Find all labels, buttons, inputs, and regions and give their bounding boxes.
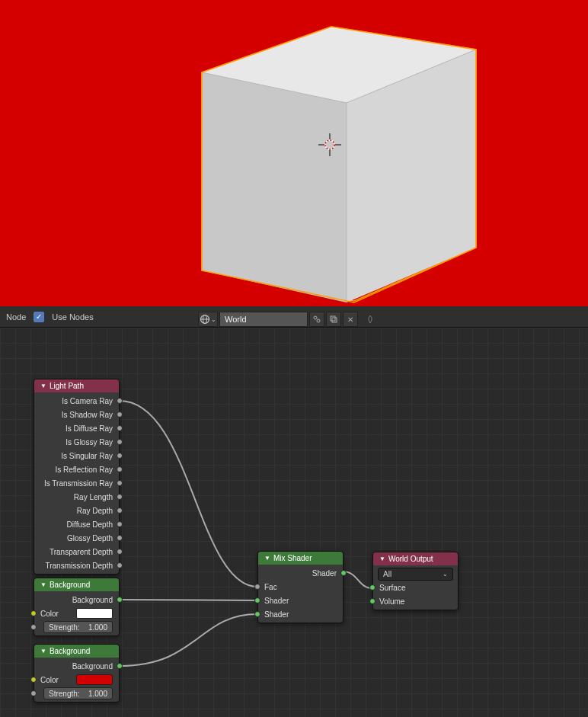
socket-out-value[interactable] [117,494,123,500]
output-label: Is Singular Ray [61,452,113,460]
output-row: Glossy Depth [34,531,119,545]
strength-input[interactable]: Strength:1.000 [43,687,113,699]
world-datablock-icon[interactable]: ⌄ [198,312,218,327]
output-label: Is Glossy Ray [66,438,113,447]
svg-rect-19 [331,316,335,321]
svg-point-17 [314,316,317,319]
output-row: Ray Length [34,490,119,504]
color-label: Color [40,676,59,684]
collapse-icon[interactable]: ▼ [40,648,46,655]
socket-in-volume[interactable] [369,598,375,604]
prop-label: Strength: [49,690,80,698]
socket-out-value[interactable] [117,549,123,555]
node-world-output[interactable]: ▼World Output All⌄ Surface Volume [372,552,459,610]
output-label: Glossy Depth [67,534,113,543]
collapse-icon[interactable]: ▼ [379,555,385,562]
output-row: Ray Depth [34,504,119,517]
output-label: Is Transmission Ray [44,479,113,488]
new-world-button[interactable] [309,312,324,327]
output-row: Is Singular Ray [34,449,119,463]
output-row: Transparent Depth [34,545,119,559]
socket-out-value[interactable] [117,535,123,541]
output-row: Is Glossy Ray [34,435,119,449]
prop-label: Strength: [49,623,80,632]
node-header[interactable]: ▼Light Path [34,379,119,392]
output-label: Transparent Depth [50,548,113,556]
prop-value: 1.000 [88,690,107,698]
output-label: Diffuse Depth [67,520,113,529]
output-label: Background [72,662,113,671]
socket-in-color[interactable] [30,677,37,683]
socket-out-value[interactable] [117,425,123,431]
strength-input[interactable]: Strength:1.000 [43,621,113,633]
node-background-2[interactable]: ▼Background Background Color Strength:1.… [34,644,120,703]
output-row: Is Shadow Ray [34,408,119,421]
socket-out-value[interactable] [117,466,123,472]
duplicate-world-button[interactable] [326,312,341,327]
target-select[interactable]: All⌄ [378,568,453,581]
svg-point-18 [317,319,320,322]
node-background-1[interactable]: ▼Background Background Color Strength:1.… [34,578,120,636]
socket-in-surface[interactable] [369,584,375,591]
color-swatch[interactable] [76,674,113,685]
output-label: Transmission Depth [45,562,113,570]
output-label: Is Diffuse Ray [66,424,113,433]
socket-out-shader[interactable] [117,663,123,669]
socket-in-shader[interactable] [254,611,260,617]
socket-out-value[interactable] [117,521,123,527]
socket-out-shader[interactable] [117,597,123,603]
node-header[interactable]: ▼World Output [373,552,458,565]
socket-out-value[interactable] [117,480,123,486]
socket-out-value[interactable] [117,453,123,459]
input-label: Shader [264,610,289,619]
collapse-icon[interactable]: ▼ [264,555,270,562]
socket-in-shader[interactable] [254,597,260,603]
node-light-path[interactable]: ▼Light Path Is Camera RayIs Shadow RayIs… [34,379,120,575]
unlink-world-button[interactable]: ✕ [343,312,358,327]
output-label: Is Reflection Ray [55,466,113,474]
node-header[interactable]: ▼Mix Shader [258,552,343,565]
svg-rect-20 [332,318,337,322]
socket-out-value[interactable] [117,398,123,404]
node-title: Mix Shader [273,554,312,562]
input-label: Fac [264,583,277,591]
color-swatch[interactable] [76,608,113,619]
cube-mesh[interactable] [194,19,484,305]
socket-out-value[interactable] [117,507,123,514]
output-label: Ray Depth [77,507,113,515]
collapse-icon[interactable]: ▼ [40,383,46,389]
collapse-icon[interactable]: ▼ [40,581,46,588]
output-row: Is Diffuse Ray [34,421,119,435]
node-title: Background [50,581,90,589]
socket-in-color[interactable] [30,610,37,616]
node-title: World Output [388,555,433,563]
input-label: Surface [379,584,405,592]
node-mix-shader[interactable]: ▼Mix Shader Shader Fac Shader Shader [257,551,344,623]
socket-out-value[interactable] [117,439,123,445]
input-label: Volume [379,597,404,606]
socket-out-value[interactable] [117,411,123,418]
output-label: Is Shadow Ray [62,411,113,419]
color-label: Color [40,610,59,618]
socket-out-value[interactable] [117,562,123,568]
socket-in-value[interactable] [30,690,37,696]
viewport-3d[interactable] [0,0,588,306]
output-row: Is Camera Ray [34,394,119,408]
use-nodes-label: Use Nodes [52,312,93,322]
node-title: Light Path [50,382,84,390]
chevron-down-icon: ⌄ [443,571,448,578]
output-label: Shader [312,569,337,578]
node-header[interactable]: ▼Background [34,645,119,658]
select-value: All [383,570,391,578]
socket-in-value[interactable] [30,624,37,630]
output-label: Is Camera Ray [62,397,113,405]
socket-out-shader[interactable] [340,570,347,576]
node-editor[interactable]: ▼Light Path Is Camera RayIs Shadow RayIs… [0,328,588,717]
output-label: Ray Length [74,493,113,501]
pin-icon[interactable] [363,312,378,327]
input-label: Shader [264,597,289,605]
node-header[interactable]: ▼Background [34,578,119,591]
use-nodes-checkbox[interactable]: ✓ [34,312,44,322]
world-name-field[interactable]: World [219,312,308,327]
socket-in-fac[interactable] [254,584,260,590]
